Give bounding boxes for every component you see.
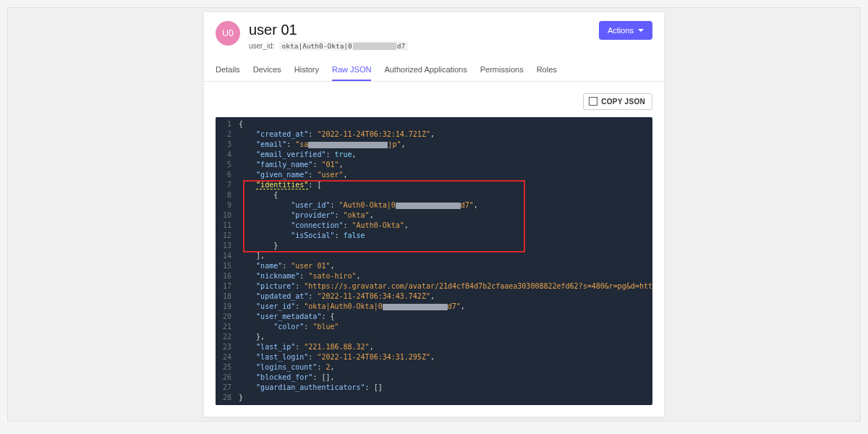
json-viewer: 1 2 3 4 5 6 7 8 9 10 11 12 13 14 15 16 1… [216,117,652,405]
copy-json-button[interactable]: COPY JSON [583,93,652,110]
copy-icon [590,98,597,106]
code-lines: { "created_at": "2022-11-24T06:32:14.721… [237,117,652,405]
tabs: Details Devices History Raw JSON Authori… [204,55,664,82]
user-id-row: user_id: okta|Auth0-Okta|0 d7 [249,41,599,51]
tab-permissions[interactable]: Permissions [480,59,524,81]
actions-button[interactable]: Actions [599,21,652,40]
tab-raw-json[interactable]: Raw JSON [332,59,371,81]
page-title: user 01 [249,21,599,38]
user-header: U0 user 01 user_id: okta|Auth0-Okta|0 d7… [204,12,664,55]
user-panel: U0 user 01 user_id: okta|Auth0-Okta|0 d7… [204,12,664,417]
line-gutter: 1 2 3 4 5 6 7 8 9 10 11 12 13 14 15 16 1… [216,117,237,405]
code-block[interactable]: 1 2 3 4 5 6 7 8 9 10 11 12 13 14 15 16 1… [216,117,652,405]
tab-authorized-apps[interactable]: Authorized Applications [384,59,467,81]
tab-history[interactable]: History [294,59,319,81]
chevron-down-icon [638,29,644,32]
title-block: user 01 user_id: okta|Auth0-Okta|0 d7 [249,21,599,51]
json-toolbar: COPY JSON [204,82,664,117]
tab-details[interactable]: Details [216,59,240,81]
user-id-label: user_id: [249,42,275,50]
user-id-chip: okta|Auth0-Okta|0 d7 [279,41,409,51]
outer-frame: U0 user 01 user_id: okta|Auth0-Okta|0 d7… [7,7,861,422]
tab-devices[interactable]: Devices [253,59,281,81]
redacted-id [353,43,396,50]
avatar: U0 [216,21,240,46]
tab-roles[interactable]: Roles [537,59,557,81]
